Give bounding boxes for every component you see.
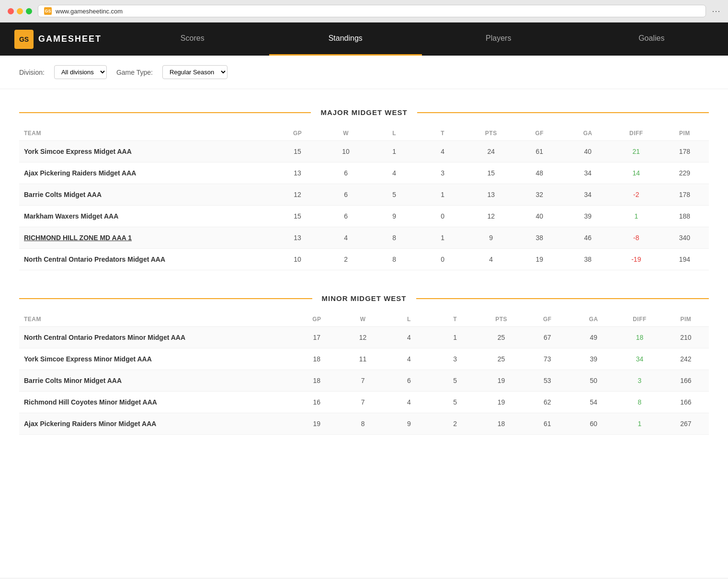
stat-value: 8 xyxy=(370,227,419,249)
team-name-link[interactable]: York Simcoe Express Midget AAA xyxy=(24,148,132,155)
stat-value: 340 xyxy=(660,227,709,249)
stat-value: 188 xyxy=(660,206,709,227)
stat-value: 6 xyxy=(322,162,370,184)
division-select[interactable]: All divisions xyxy=(54,65,107,79)
col-header-ga: GA xyxy=(570,312,616,327)
nav-items: Scores Standings Players Goalies xyxy=(116,23,728,56)
stat-value: 4 xyxy=(386,327,432,348)
table-row: Markham Waxers Midget AAA156901240391188 xyxy=(19,206,709,227)
logo[interactable]: GS GAMESHEET xyxy=(0,30,116,49)
browser-menu-icon[interactable]: ⋯ xyxy=(712,6,720,16)
stat-value: 40 xyxy=(564,141,612,162)
table-row: North Central Ontario Predators Minor Mi… xyxy=(19,327,709,348)
stat-value: 5 xyxy=(432,392,478,413)
col-header-team: TEAM xyxy=(19,126,273,141)
col-header-pts: PTS xyxy=(467,126,515,141)
stat-value: 5 xyxy=(370,184,419,206)
nav-scores[interactable]: Scores xyxy=(116,23,269,56)
stat-value: 49 xyxy=(570,327,616,348)
stat-value: 1 xyxy=(432,327,478,348)
stat-value: 4 xyxy=(370,162,419,184)
stat-value: 11 xyxy=(340,348,386,370)
section-title: MAJOR MIDGET WEST xyxy=(311,108,417,116)
diff-value: 1 xyxy=(616,413,662,435)
col-header-diff: DIFF xyxy=(616,312,662,327)
team-name-link[interactable]: RICHMOND HILL ZONE MD AAA 1 xyxy=(24,234,132,242)
nav-goalies[interactable]: Goalies xyxy=(575,23,728,56)
stat-value: 3 xyxy=(432,348,478,370)
stat-value: 50 xyxy=(570,370,616,392)
table-row: Barrie Colts Midget AAA12651133234-2178 xyxy=(19,184,709,206)
gametype-select[interactable]: Regular Season xyxy=(162,65,228,79)
stat-value: 4 xyxy=(322,227,370,249)
division-label: Division: xyxy=(19,69,45,76)
stat-value: 2 xyxy=(322,249,370,270)
minimize-dot[interactable] xyxy=(17,8,23,14)
stat-value: 38 xyxy=(564,249,612,270)
stat-value: 13 xyxy=(467,184,515,206)
stat-value: 25 xyxy=(478,327,524,348)
diff-value: 18 xyxy=(616,327,662,348)
stat-value: 16 xyxy=(294,392,340,413)
gametype-label: Game Type: xyxy=(116,69,153,76)
stat-value: 178 xyxy=(660,141,709,162)
team-name-link[interactable]: North Central Ontario Predators Midget A… xyxy=(24,255,165,263)
table-row: Ajax Pickering Raiders Midget AAA1364315… xyxy=(19,162,709,184)
stat-value: 5 xyxy=(432,370,478,392)
stat-value: 4 xyxy=(467,249,515,270)
stat-value: 15 xyxy=(273,141,322,162)
stat-value: 0 xyxy=(419,249,467,270)
section-line-left xyxy=(19,298,312,299)
team-name-link[interactable]: Richmond Hill Coyotes Minor Midget AAA xyxy=(24,398,157,406)
col-header-gf: GF xyxy=(524,312,570,327)
stat-value: 39 xyxy=(564,206,612,227)
stat-value: 178 xyxy=(660,184,709,206)
section-line-right xyxy=(416,298,709,299)
stat-value: 18 xyxy=(294,370,340,392)
stat-value: 17 xyxy=(294,327,340,348)
stat-value: 38 xyxy=(515,227,564,249)
team-name-link[interactable]: York Simcoe Express Minor Midget AAA xyxy=(24,355,152,363)
stat-value: 62 xyxy=(524,392,570,413)
stat-value: 267 xyxy=(663,413,709,435)
team-name-link[interactable]: Barrie Colts Midget AAA xyxy=(24,191,102,198)
stat-value: 6 xyxy=(322,206,370,227)
close-dot[interactable] xyxy=(8,8,14,14)
diff-value: -19 xyxy=(612,249,660,270)
stat-value: 40 xyxy=(515,206,564,227)
main-nav: GS GAMESHEET Scores Standings Players Go… xyxy=(0,23,728,56)
stat-value: 24 xyxy=(467,141,515,162)
section-line-left xyxy=(19,112,311,113)
team-name-link[interactable]: Barrie Colts Minor Midget AAA xyxy=(24,377,122,384)
col-header-pts: PTS xyxy=(478,312,524,327)
col-header-w: W xyxy=(322,126,370,141)
stat-value: 0 xyxy=(419,206,467,227)
stat-value: 194 xyxy=(660,249,709,270)
url-bar[interactable]: GS www.gamesheetinc.com xyxy=(38,5,706,17)
browser-dots xyxy=(8,8,32,14)
nav-players[interactable]: Players xyxy=(422,23,575,56)
stat-value: 6 xyxy=(322,184,370,206)
stat-value: 67 xyxy=(524,327,570,348)
team-name-link[interactable]: North Central Ontario Predators Minor Mi… xyxy=(24,334,185,341)
section-minor-midget-west: MINOR MIDGET WEST TEAMGPWLTPTSGFGADIFFPI… xyxy=(19,294,709,435)
stat-value: 34 xyxy=(564,162,612,184)
team-name-link[interactable]: Ajax Pickering Raiders Midget AAA xyxy=(24,169,136,177)
main-content: MAJOR MIDGET WEST TEAMGPWLTPTSGFGADIFFPI… xyxy=(0,89,728,468)
standings-table: TEAMGPWLTPTSGFGADIFFPIMNorth Central Ont… xyxy=(19,312,709,435)
favicon: GS xyxy=(44,7,52,15)
stat-value: 1 xyxy=(419,184,467,206)
team-name-link[interactable]: Ajax Pickering Raiders Minor Midget AAA xyxy=(24,420,156,428)
nav-standings[interactable]: Standings xyxy=(269,23,422,56)
maximize-dot[interactable] xyxy=(26,8,32,14)
table-row: York Simcoe Express Minor Midget AAA1811… xyxy=(19,348,709,370)
stat-value: 19 xyxy=(478,370,524,392)
col-header-pim: PIM xyxy=(663,312,709,327)
stat-value: 4 xyxy=(386,348,432,370)
col-header-l: L xyxy=(370,126,419,141)
stat-value: 25 xyxy=(478,348,524,370)
stat-value: 61 xyxy=(515,141,564,162)
col-header-ga: GA xyxy=(564,126,612,141)
stat-value: 229 xyxy=(660,162,709,184)
team-name-link[interactable]: Markham Waxers Midget AAA xyxy=(24,212,118,220)
